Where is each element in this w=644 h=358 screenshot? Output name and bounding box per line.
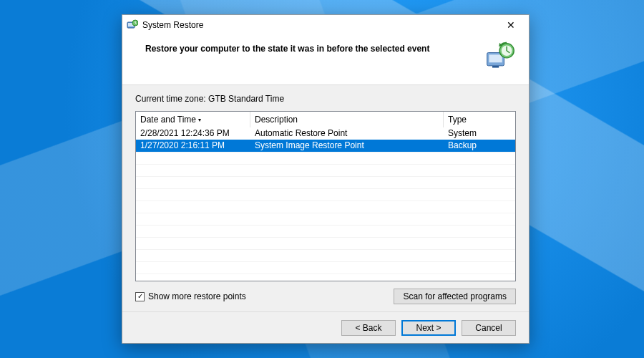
- cell-type: Backup: [444, 140, 515, 152]
- column-header-date[interactable]: Date and Time ▾: [136, 112, 250, 127]
- restore-points-list[interactable]: Date and Time ▾ Description Type 2/28/20…: [135, 111, 516, 281]
- wizard-header: Restore your computer to the state it wa…: [122, 35, 529, 85]
- column-header-type[interactable]: Type: [444, 112, 515, 127]
- window-title: System Restore: [142, 20, 496, 30]
- list-header: Date and Time ▾ Description Type: [136, 112, 515, 127]
- titlebar: System Restore ✕: [122, 15, 529, 35]
- timezone-label: Current time zone: GTB Standard Time: [135, 94, 516, 104]
- cancel-button[interactable]: Cancel: [462, 320, 516, 336]
- cell-date: 1/27/2020 2:16:11 PM: [136, 140, 250, 152]
- column-header-label: Type: [448, 115, 467, 125]
- column-header-label: Description: [255, 115, 298, 125]
- wizard-body: Current time zone: GTB Standard Time Dat…: [122, 85, 529, 311]
- scan-affected-button[interactable]: Scan for affected programs: [394, 289, 516, 304]
- cell-description: System Image Restore Point: [250, 140, 444, 152]
- list-rows: 2/28/2021 12:24:36 PM Automatic Restore …: [136, 127, 515, 281]
- column-header-label: Date and Time: [140, 115, 196, 125]
- wizard-nav: < Back Next > Cancel: [122, 311, 529, 343]
- wizard-heading: Restore your computer to the state it wa…: [145, 41, 479, 54]
- checkbox-icon: ✓: [135, 292, 145, 301]
- below-list-bar: ✓ Show more restore points Scan for affe…: [135, 281, 516, 304]
- back-button[interactable]: < Back: [341, 320, 396, 336]
- cell-description: Automatic Restore Point: [250, 127, 444, 140]
- table-row[interactable]: 1/27/2020 2:16:11 PM System Image Restor…: [136, 140, 515, 152]
- svg-rect-5: [492, 66, 499, 68]
- cell-type: System: [444, 127, 515, 140]
- system-restore-window: System Restore ✕ Restore your computer t…: [122, 14, 530, 344]
- cell-date: 2/28/2021 12:24:36 PM: [136, 127, 250, 140]
- show-more-label: Show more restore points: [148, 291, 246, 301]
- next-button[interactable]: Next >: [401, 320, 456, 336]
- system-restore-icon: [127, 19, 138, 31]
- list-gridlines: [136, 152, 515, 281]
- show-more-checkbox[interactable]: ✓ Show more restore points: [135, 291, 389, 301]
- close-icon: ✕: [507, 19, 515, 31]
- column-header-description[interactable]: Description: [250, 112, 444, 127]
- svg-rect-4: [489, 54, 502, 62]
- sort-indicator-icon: ▾: [198, 117, 201, 123]
- close-button[interactable]: ✕: [496, 15, 526, 35]
- table-row[interactable]: 2/28/2021 12:24:36 PM Automatic Restore …: [136, 127, 515, 140]
- restore-clock-icon: [484, 41, 516, 72]
